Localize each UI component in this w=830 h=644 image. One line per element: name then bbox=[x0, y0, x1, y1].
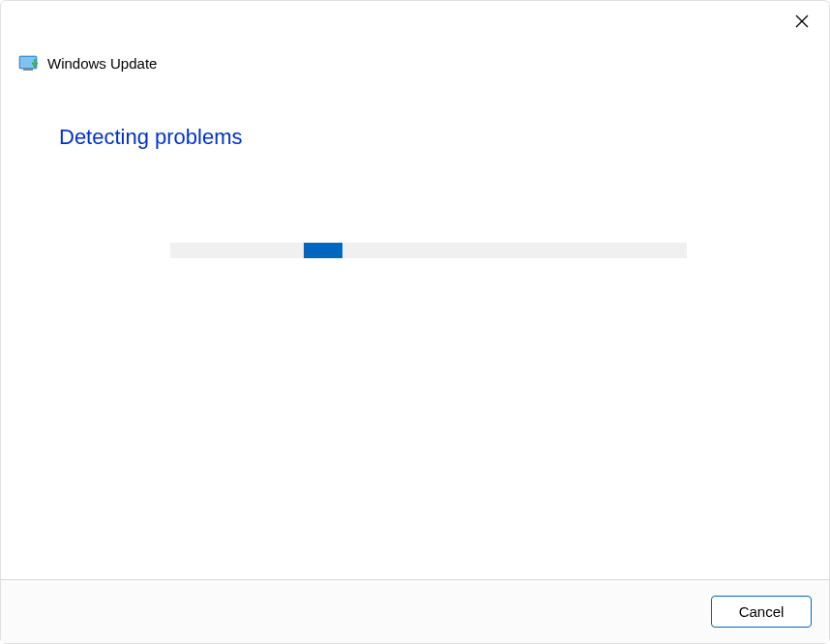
progress-bar bbox=[170, 243, 687, 258]
status-heading: Detecting problems bbox=[59, 125, 243, 150]
dialog-footer: Cancel bbox=[1, 579, 829, 643]
dialog-header: Windows Update bbox=[18, 55, 157, 72]
close-button[interactable] bbox=[785, 9, 819, 38]
windows-update-icon bbox=[18, 55, 40, 72]
svg-rect-5 bbox=[34, 59, 36, 64]
cancel-button[interactable]: Cancel bbox=[711, 596, 812, 628]
svg-rect-4 bbox=[23, 69, 33, 71]
dialog-title: Windows Update bbox=[47, 55, 157, 72]
progress-indicator bbox=[304, 243, 342, 258]
troubleshooter-dialog: Windows Update Detecting problems Cancel bbox=[0, 0, 830, 644]
close-icon bbox=[795, 15, 809, 32]
svg-rect-3 bbox=[20, 57, 36, 68]
